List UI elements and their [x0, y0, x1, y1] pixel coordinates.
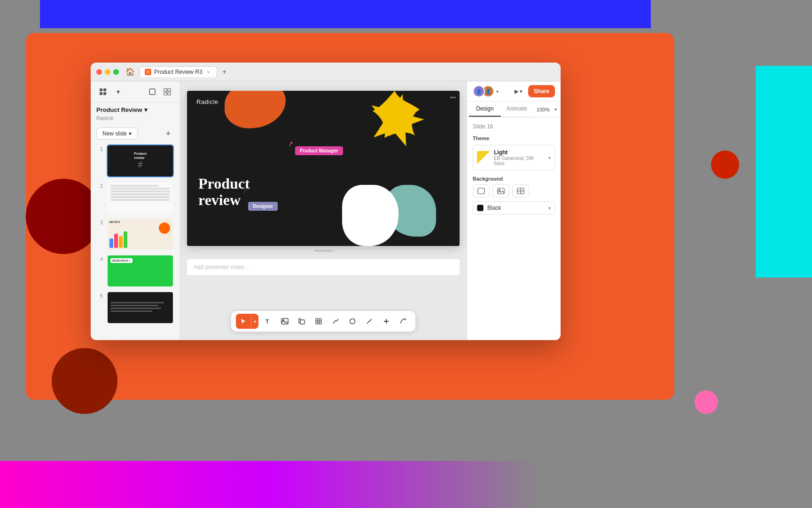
slide-star-yellow	[356, 91, 434, 163]
tab-label: Product Review R3	[154, 69, 203, 75]
arrow-tool-dropdown[interactable]: ▾	[251, 314, 258, 329]
theme-preview-swatch	[477, 151, 490, 164]
slide-thumbnail-1[interactable]: Productreview #	[107, 144, 174, 177]
slide-thumbnail-3[interactable]: METRICS	[107, 218, 174, 251]
tab-close-button[interactable]: ×	[205, 69, 212, 75]
right-panel-actions: ▶ ▾ Share	[512, 85, 555, 97]
minimize-button[interactable]	[105, 69, 110, 75]
tab-area: P Product Review R3 × +	[140, 66, 555, 78]
connector-tool-button[interactable]	[362, 314, 377, 329]
slide-item[interactable]: 2	[96, 181, 174, 214]
slide-cursor-1: ↗	[287, 140, 295, 149]
sidebar-toolbar-left: ▾	[96, 85, 125, 98]
copy-tool-button[interactable]	[294, 314, 309, 329]
slide-thumbnail-2[interactable]	[107, 181, 174, 214]
avatar-group: 👤 👤 ▾	[473, 85, 499, 97]
close-button[interactable]	[96, 69, 102, 75]
app-window: 🏠 P Product Review R3 × +	[91, 63, 561, 340]
color-chevron-icon: ▾	[548, 206, 551, 211]
svg-rect-1	[103, 88, 106, 91]
share-button[interactable]: Share	[528, 85, 555, 97]
zoom-control[interactable]: 100%	[533, 105, 554, 114]
color-selector[interactable]: Black ▾	[473, 201, 555, 214]
bg-magenta	[0, 461, 812, 508]
slide-thumbnail-5[interactable]	[107, 291, 174, 324]
svg-rect-0	[100, 88, 102, 91]
dropdown-arrow-icon[interactable]: ▾	[111, 85, 125, 98]
blob-pink	[695, 390, 718, 414]
presentation-subtitle: Radicle	[91, 115, 180, 125]
slide-canvas[interactable]: Radicle •••	[187, 91, 460, 246]
svg-rect-7	[164, 92, 167, 95]
bg-options	[473, 184, 555, 198]
right-tabs: Design Animate	[469, 102, 533, 117]
theme-selector[interactable]: Light EB Garamond, DM Sans ▾	[473, 145, 555, 170]
svg-point-21	[499, 190, 500, 191]
table-tool-button[interactable]	[311, 314, 326, 329]
theme-info: Light EB Garamond, DM Sans	[494, 149, 545, 166]
slide-brand: Radicle	[196, 98, 219, 105]
active-tab[interactable]: P Product Review R3 ×	[140, 66, 217, 77]
bg-option-image[interactable]	[492, 184, 509, 198]
svg-rect-4	[149, 89, 155, 95]
slide-thumbnail-4[interactable]: RESEARCH +	[107, 254, 174, 287]
slide-label-manager[interactable]: Product Manager	[295, 146, 343, 155]
bg-option-color[interactable]	[473, 184, 490, 198]
svg-rect-6	[168, 88, 171, 91]
right-panel: 👤 👤 ▾ ▶ ▾ Share Design Animate	[467, 81, 561, 340]
theme-name: Light	[494, 149, 545, 156]
bg-blue-bar	[40, 0, 651, 28]
bg-cyan	[756, 66, 812, 278]
sidebar-view-grid-icon[interactable]	[161, 85, 174, 98]
new-slide-row: New slide ▾ +	[91, 125, 180, 143]
main-area: ▾	[91, 81, 561, 340]
home-icon[interactable]: 🏠	[125, 66, 136, 78]
svg-rect-13	[316, 318, 321, 324]
new-slide-button[interactable]: New slide ▾	[96, 127, 138, 140]
image-tool-button[interactable]	[277, 314, 292, 329]
slides-list: 1 Productreview # 2	[91, 143, 180, 340]
bg-option-pattern[interactable]	[512, 184, 529, 198]
slide-number: 1	[96, 146, 103, 152]
play-button[interactable]: ▶ ▾	[512, 87, 525, 96]
maximize-button[interactable]	[113, 69, 119, 75]
tab-design[interactable]: Design	[469, 102, 501, 117]
draw-tool-button[interactable]	[328, 314, 343, 329]
sidebar-title-row: Product Review ▾	[91, 103, 180, 115]
more-tool-button[interactable]	[396, 314, 411, 329]
left-sidebar: ▾	[91, 81, 180, 340]
slide-item[interactable]: 4 RESEARCH +	[96, 254, 174, 287]
title-dropdown-icon: ▾	[144, 106, 148, 113]
text-tool-button[interactable]: T	[260, 314, 275, 329]
avatar-dropdown-button[interactable]: ▾	[496, 89, 499, 94]
slide-resize-handle[interactable]	[314, 250, 333, 252]
new-tab-button[interactable]: +	[219, 66, 230, 78]
add-tool-button[interactable]	[379, 314, 394, 329]
slide-item[interactable]: 3 METRICS	[96, 218, 174, 251]
notes-area[interactable]: Add presenter notes...	[187, 259, 460, 275]
slide-item[interactable]: 5	[96, 291, 174, 324]
layout-icon[interactable]	[96, 85, 109, 98]
sidebar-view-single-icon[interactable]	[146, 85, 159, 98]
svg-text:T: T	[265, 318, 269, 325]
slide-number: 5	[96, 293, 103, 299]
svg-rect-20	[498, 188, 504, 194]
slide-number: 2	[96, 183, 103, 189]
notes-placeholder: Add presenter notes...	[194, 264, 453, 270]
slide-label-designer[interactable]: Designer	[248, 202, 278, 211]
zoom-dropdown-icon[interactable]: ▾	[554, 107, 557, 112]
slide-options-button[interactable]: •••	[450, 95, 456, 101]
shape-tool-button[interactable]	[345, 314, 360, 329]
avatar-user-1: 👤	[473, 85, 485, 97]
tab-animate[interactable]: Animate	[501, 102, 533, 117]
title-bar: 🏠 P Product Review R3 × +	[91, 63, 561, 81]
new-slide-dropdown-icon: ▾	[129, 130, 132, 137]
arrow-tool-button[interactable]	[236, 314, 251, 329]
theme-chevron-icon: ▾	[548, 155, 551, 160]
color-name: Black	[487, 205, 545, 211]
presentation-title[interactable]: Product Review ▾	[96, 106, 148, 113]
svg-rect-8	[168, 92, 171, 95]
slide-indicator: Slide 16	[473, 123, 555, 130]
slide-item[interactable]: 1 Productreview #	[96, 144, 174, 177]
add-slide-button[interactable]: +	[163, 128, 174, 139]
